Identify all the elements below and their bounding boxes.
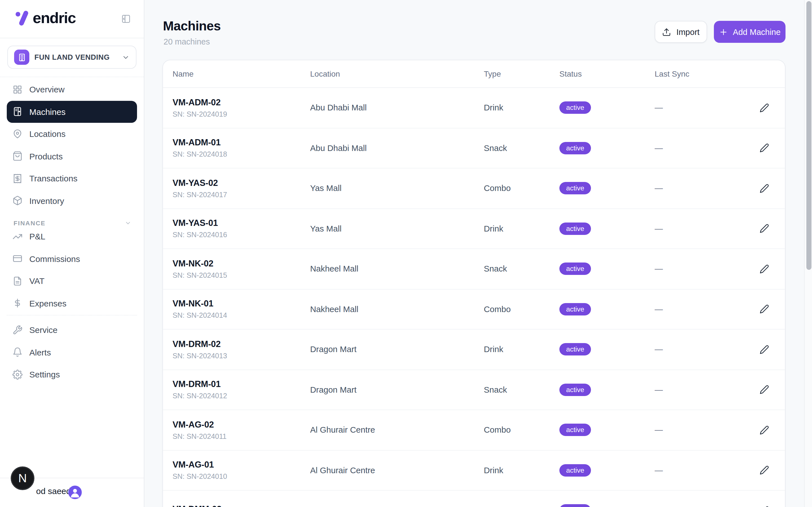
edit-machine-button[interactable]	[756, 140, 772, 157]
sidebar-user-footer[interactable]: N od saeed	[0, 478, 144, 507]
table-header-row: NameLocationTypeStatusLast Sync	[163, 60, 785, 88]
machine-location: Abu Dhabi Mall	[310, 103, 484, 112]
machine-name: VM-AG-02	[172, 420, 310, 430]
machine-status-cell: active	[559, 303, 655, 316]
machine-row: VM-AG-01SN: SN-2024010Al Ghurair CentreD…	[163, 450, 785, 491]
machine-last-sync: —	[655, 224, 735, 233]
sidebar-divider	[0, 76, 144, 77]
machine-name-cell: VM-NK-02SN: SN-2024015	[172, 259, 310, 279]
machine-location: Dubai Marina Mall	[310, 506, 484, 507]
machine-location: Al Ghurair Centre	[310, 426, 484, 435]
machine-serial: SN: SN-2024019	[172, 110, 310, 118]
pencil-icon	[759, 506, 769, 507]
sidebar-item-service[interactable]: Service	[7, 319, 137, 341]
page-title: Machines	[163, 18, 221, 34]
machine-last-sync: —	[655, 265, 735, 274]
edit-machine-button[interactable]	[756, 100, 772, 116]
pencil-icon	[759, 184, 769, 193]
row-actions-cell	[735, 421, 775, 439]
scrollbar-thumb[interactable]	[806, 1, 811, 270]
machine-row: VM-YAS-02SN: SN-2024017Yas MallComboacti…	[163, 168, 785, 209]
machine-name: VM-ADM-01	[172, 138, 310, 148]
machine-name-cell: VM-YAS-01SN: SN-2024016	[172, 218, 310, 239]
row-actions-cell	[735, 381, 775, 398]
org-selector[interactable]: FUN LAND VENDING	[7, 46, 137, 69]
dev-badge-letter: N	[18, 471, 27, 485]
import-button-label: Import	[676, 27, 700, 36]
machine-serial: SN: SN-2024012	[172, 392, 310, 400]
sidebar-collapse-button[interactable]	[121, 14, 131, 24]
sidebar-item-settings[interactable]: Settings	[7, 363, 137, 386]
pencil-icon	[759, 103, 769, 113]
sidebar-item-machines[interactable]: Machines	[7, 101, 137, 123]
machine-row: VM-NK-02SN: SN-2024015Nakheel MallSnacka…	[163, 249, 785, 289]
machine-location: Nakheel Mall	[310, 305, 484, 314]
nextjs-dev-badge[interactable]: N	[11, 466, 35, 490]
machine-row: VM-DRM-01SN: SN-2024012Dragon MartSnacka…	[163, 370, 785, 410]
machine-last-sync: —	[655, 184, 735, 193]
edit-machine-button[interactable]	[756, 180, 772, 197]
status-badge: active	[559, 464, 591, 476]
upload-icon	[662, 27, 671, 36]
column-header-location: Location	[310, 69, 484, 78]
machine-name-cell: VM-DRM-02SN: SN-2024013	[172, 339, 310, 360]
column-header-name: Name	[172, 69, 310, 78]
sidebar-item-p-l[interactable]: P&L	[7, 225, 137, 247]
sidebar-item-products[interactable]: Products	[7, 145, 137, 167]
machine-type: Combo	[484, 184, 559, 193]
edit-machine-button[interactable]	[756, 261, 772, 277]
column-header-type: Type	[484, 69, 559, 78]
sidebar-item-label: Transactions	[29, 174, 78, 183]
sidebar-item-locations[interactable]: Locations	[7, 123, 137, 145]
machine-serial: SN: SN-2024011	[172, 432, 310, 441]
machine-last-sync: —	[655, 103, 735, 112]
sidebar-nav-finance: P&LCommissionsVATExpenses	[7, 225, 137, 314]
edit-machine-button[interactable]	[756, 301, 772, 318]
status-badge: active	[559, 424, 591, 436]
user-name: od saeed	[36, 486, 71, 496]
sidebar-item-transactions[interactable]: Transactions	[7, 167, 137, 189]
edit-machine-button[interactable]	[756, 421, 772, 439]
machine-status-cell: active	[559, 222, 655, 235]
building-icon	[14, 50, 29, 65]
shopping-bag-icon	[12, 151, 22, 161]
sidebar-item-label: Commissions	[29, 254, 80, 264]
credit-card-icon	[12, 254, 22, 264]
edit-machine-button[interactable]	[756, 502, 772, 507]
machine-status-cell: active	[559, 343, 655, 356]
add-machine-button[interactable]: Add Machine	[714, 21, 785, 43]
machine-type: Drink	[484, 224, 559, 233]
edit-machine-button[interactable]	[756, 381, 772, 398]
machine-name-cell: VM-NK-01SN: SN-2024014	[172, 299, 310, 320]
pencil-icon	[759, 425, 769, 435]
pencil-icon	[759, 304, 769, 314]
machine-type: Drink	[484, 103, 559, 112]
sidebar-item-alerts[interactable]: Alerts	[7, 341, 137, 363]
edit-machine-button[interactable]	[756, 462, 772, 479]
sidebar-item-label: P&L	[29, 232, 45, 241]
user-avatar[interactable]	[68, 486, 82, 499]
machine-serial: SN: SN-2024016	[172, 231, 310, 239]
machine-count: 20 machines	[163, 37, 210, 46]
machine-status-cell: active	[559, 504, 655, 507]
sidebar-item-expenses[interactable]: Expenses	[7, 292, 137, 314]
machine-name-cell: VM-ADM-02SN: SN-2024019	[172, 98, 310, 118]
app-window: endric FUN LAND VENDING	[0, 0, 812, 507]
machine-status-cell: active	[559, 101, 655, 114]
edit-machine-button[interactable]	[756, 341, 772, 358]
edit-machine-button[interactable]	[756, 220, 772, 237]
machine-last-sync: —	[655, 385, 735, 394]
import-button[interactable]: Import	[655, 21, 707, 43]
status-badge: active	[559, 263, 591, 275]
sidebar-item-overview[interactable]: Overview	[7, 78, 137, 101]
sidebar-item-inventory[interactable]: Inventory	[7, 189, 137, 212]
machine-type: Snack	[484, 506, 559, 507]
map-pin-icon	[12, 129, 22, 139]
row-actions-cell	[735, 261, 775, 277]
status-badge: active	[559, 303, 591, 316]
status-badge: active	[559, 142, 591, 154]
machine-name: VM-ADM-02	[172, 98, 310, 108]
sidebar-item-commissions[interactable]: Commissions	[7, 247, 137, 270]
machine-name: VM-YAS-01	[172, 218, 310, 228]
sidebar-item-vat[interactable]: VAT	[7, 270, 137, 292]
